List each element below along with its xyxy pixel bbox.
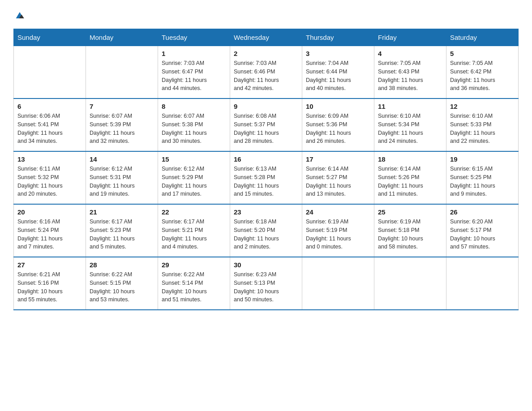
day-number: 23 bbox=[234, 208, 298, 216]
day-number: 20 bbox=[17, 208, 82, 216]
day-info: Sunrise: 6:20 AM Sunset: 5:17 PM Dayligh… bbox=[450, 218, 515, 251]
logo-icon bbox=[13, 9, 26, 21]
day-number: 13 bbox=[17, 155, 82, 163]
calendar-cell: 8Sunrise: 6:07 AM Sunset: 5:38 PM Daylig… bbox=[158, 98, 230, 151]
day-number: 29 bbox=[162, 261, 226, 269]
calendar-week-row: 20Sunrise: 6:16 AM Sunset: 5:24 PM Dayli… bbox=[14, 204, 519, 257]
day-info: Sunrise: 6:13 AM Sunset: 5:28 PM Dayligh… bbox=[234, 165, 298, 198]
day-number: 6 bbox=[17, 103, 82, 110]
day-info: Sunrise: 6:19 AM Sunset: 5:18 PM Dayligh… bbox=[378, 218, 442, 251]
calendar-cell: 1Sunrise: 7:03 AM Sunset: 6:47 PM Daylig… bbox=[158, 46, 230, 99]
calendar-cell: 4Sunrise: 7:05 AM Sunset: 6:43 PM Daylig… bbox=[374, 46, 446, 99]
calendar-cell: 11Sunrise: 6:10 AM Sunset: 5:34 PM Dayli… bbox=[374, 98, 446, 151]
day-info: Sunrise: 6:11 AM Sunset: 5:32 PM Dayligh… bbox=[17, 165, 82, 198]
day-info: Sunrise: 6:15 AM Sunset: 5:25 PM Dayligh… bbox=[450, 165, 515, 198]
day-number: 26 bbox=[450, 208, 515, 216]
day-info: Sunrise: 6:12 AM Sunset: 5:29 PM Dayligh… bbox=[162, 165, 226, 198]
calendar-table: SundayMondayTuesdayWednesdayThursdayFrid… bbox=[13, 29, 519, 310]
calendar-cell: 27Sunrise: 6:21 AM Sunset: 5:16 PM Dayli… bbox=[14, 257, 86, 310]
day-info: Sunrise: 7:04 AM Sunset: 6:44 PM Dayligh… bbox=[306, 59, 370, 93]
calendar-cell: 18Sunrise: 6:14 AM Sunset: 5:26 PM Dayli… bbox=[374, 151, 446, 204]
calendar-cell bbox=[374, 257, 446, 310]
weekday-header-friday: Friday bbox=[374, 29, 446, 46]
day-number: 17 bbox=[306, 155, 370, 163]
calendar-cell: 20Sunrise: 6:16 AM Sunset: 5:24 PM Dayli… bbox=[14, 204, 86, 257]
calendar-cell bbox=[446, 257, 519, 310]
weekday-header-thursday: Thursday bbox=[302, 29, 374, 46]
calendar-cell: 19Sunrise: 6:15 AM Sunset: 5:25 PM Dayli… bbox=[446, 151, 519, 204]
calendar-cell: 29Sunrise: 6:22 AM Sunset: 5:14 PM Dayli… bbox=[158, 257, 230, 310]
day-info: Sunrise: 6:17 AM Sunset: 5:23 PM Dayligh… bbox=[90, 218, 154, 251]
day-info: Sunrise: 6:07 AM Sunset: 5:39 PM Dayligh… bbox=[90, 112, 154, 146]
day-info: Sunrise: 6:09 AM Sunset: 5:36 PM Dayligh… bbox=[306, 112, 370, 146]
calendar-cell: 10Sunrise: 6:09 AM Sunset: 5:36 PM Dayli… bbox=[302, 98, 374, 151]
calendar-cell: 23Sunrise: 6:18 AM Sunset: 5:20 PM Dayli… bbox=[230, 204, 302, 257]
calendar-cell: 2Sunrise: 7:03 AM Sunset: 6:46 PM Daylig… bbox=[230, 46, 302, 99]
day-number: 28 bbox=[90, 261, 154, 269]
calendar-cell: 12Sunrise: 6:10 AM Sunset: 5:33 PM Dayli… bbox=[446, 98, 519, 151]
day-info: Sunrise: 6:14 AM Sunset: 5:27 PM Dayligh… bbox=[306, 165, 370, 198]
calendar-cell: 21Sunrise: 6:17 AM Sunset: 5:23 PM Dayli… bbox=[86, 204, 158, 257]
calendar-week-row: 6Sunrise: 6:06 AM Sunset: 5:41 PM Daylig… bbox=[14, 98, 519, 151]
calendar-cell: 30Sunrise: 6:23 AM Sunset: 5:13 PM Dayli… bbox=[230, 257, 302, 310]
logo bbox=[13, 9, 28, 21]
day-number: 12 bbox=[450, 103, 515, 110]
calendar-cell: 9Sunrise: 6:08 AM Sunset: 5:37 PM Daylig… bbox=[230, 98, 302, 151]
day-number: 14 bbox=[90, 155, 154, 163]
calendar-cell: 28Sunrise: 6:22 AM Sunset: 5:15 PM Dayli… bbox=[86, 257, 158, 310]
weekday-header-tuesday: Tuesday bbox=[158, 29, 230, 46]
weekday-header-wednesday: Wednesday bbox=[230, 29, 302, 46]
calendar-cell bbox=[14, 46, 86, 99]
day-info: Sunrise: 7:05 AM Sunset: 6:42 PM Dayligh… bbox=[450, 59, 515, 93]
day-number: 30 bbox=[234, 261, 298, 269]
calendar-week-row: 13Sunrise: 6:11 AM Sunset: 5:32 PM Dayli… bbox=[14, 151, 519, 204]
calendar-cell: 3Sunrise: 7:04 AM Sunset: 6:44 PM Daylig… bbox=[302, 46, 374, 99]
day-info: Sunrise: 6:10 AM Sunset: 5:33 PM Dayligh… bbox=[450, 112, 515, 146]
calendar-cell: 24Sunrise: 6:19 AM Sunset: 5:19 PM Dayli… bbox=[302, 204, 374, 257]
calendar-cell: 15Sunrise: 6:12 AM Sunset: 5:29 PM Dayli… bbox=[158, 151, 230, 204]
day-number: 15 bbox=[162, 155, 226, 163]
day-info: Sunrise: 6:08 AM Sunset: 5:37 PM Dayligh… bbox=[234, 112, 298, 146]
day-info: Sunrise: 7:05 AM Sunset: 6:43 PM Dayligh… bbox=[378, 59, 442, 93]
calendar-cell: 14Sunrise: 6:12 AM Sunset: 5:31 PM Dayli… bbox=[86, 151, 158, 204]
day-number: 5 bbox=[450, 50, 515, 57]
day-number: 27 bbox=[17, 261, 82, 269]
calendar-cell: 13Sunrise: 6:11 AM Sunset: 5:32 PM Dayli… bbox=[14, 151, 86, 204]
day-info: Sunrise: 6:16 AM Sunset: 5:24 PM Dayligh… bbox=[17, 218, 82, 251]
calendar-cell bbox=[302, 257, 374, 310]
day-number: 24 bbox=[306, 208, 370, 216]
calendar-week-row: 27Sunrise: 6:21 AM Sunset: 5:16 PM Dayli… bbox=[14, 257, 519, 310]
day-number: 8 bbox=[162, 103, 226, 110]
day-info: Sunrise: 6:22 AM Sunset: 5:15 PM Dayligh… bbox=[90, 270, 154, 304]
day-number: 22 bbox=[162, 208, 226, 216]
day-info: Sunrise: 7:03 AM Sunset: 6:47 PM Dayligh… bbox=[162, 59, 226, 93]
calendar-cell: 22Sunrise: 6:17 AM Sunset: 5:21 PM Dayli… bbox=[158, 204, 230, 257]
day-info: Sunrise: 6:07 AM Sunset: 5:38 PM Dayligh… bbox=[162, 112, 226, 146]
day-number: 18 bbox=[378, 155, 442, 163]
day-info: Sunrise: 6:21 AM Sunset: 5:16 PM Dayligh… bbox=[17, 270, 82, 304]
day-info: Sunrise: 6:10 AM Sunset: 5:34 PM Dayligh… bbox=[378, 112, 442, 146]
day-info: Sunrise: 7:03 AM Sunset: 6:46 PM Dayligh… bbox=[234, 59, 298, 93]
day-info: Sunrise: 6:06 AM Sunset: 5:41 PM Dayligh… bbox=[17, 112, 82, 146]
calendar-cell: 6Sunrise: 6:06 AM Sunset: 5:41 PM Daylig… bbox=[14, 98, 86, 151]
page-header bbox=[13, 9, 519, 21]
calendar-week-row: 1Sunrise: 7:03 AM Sunset: 6:47 PM Daylig… bbox=[14, 46, 519, 99]
calendar-cell: 26Sunrise: 6:20 AM Sunset: 5:17 PM Dayli… bbox=[446, 204, 519, 257]
day-info: Sunrise: 6:22 AM Sunset: 5:14 PM Dayligh… bbox=[162, 270, 226, 304]
day-number: 1 bbox=[162, 50, 226, 57]
day-info: Sunrise: 6:14 AM Sunset: 5:26 PM Dayligh… bbox=[378, 165, 442, 198]
day-number: 3 bbox=[306, 50, 370, 57]
day-info: Sunrise: 6:19 AM Sunset: 5:19 PM Dayligh… bbox=[306, 218, 370, 251]
day-number: 19 bbox=[450, 155, 515, 163]
calendar-cell: 7Sunrise: 6:07 AM Sunset: 5:39 PM Daylig… bbox=[86, 98, 158, 151]
day-number: 2 bbox=[234, 50, 298, 57]
weekday-header-sunday: Sunday bbox=[14, 29, 86, 46]
calendar-cell: 17Sunrise: 6:14 AM Sunset: 5:27 PM Dayli… bbox=[302, 151, 374, 204]
day-number: 11 bbox=[378, 103, 442, 110]
weekday-header-saturday: Saturday bbox=[446, 29, 519, 46]
calendar-cell bbox=[86, 46, 158, 99]
day-number: 7 bbox=[90, 103, 154, 110]
day-info: Sunrise: 6:18 AM Sunset: 5:20 PM Dayligh… bbox=[234, 218, 298, 251]
day-info: Sunrise: 6:17 AM Sunset: 5:21 PM Dayligh… bbox=[162, 218, 226, 251]
day-number: 25 bbox=[378, 208, 442, 216]
